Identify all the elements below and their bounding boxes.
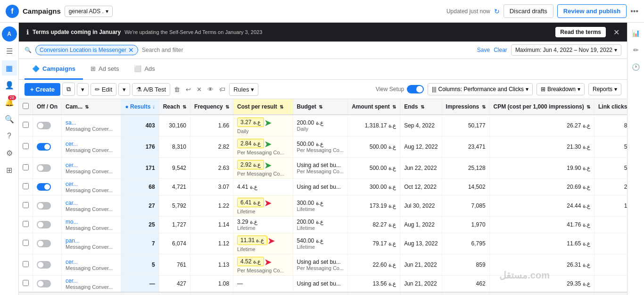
date-range-picker[interactable]: Maximum: Jun 4, 2022 – Nov 19, 2022 ▾: [511, 44, 621, 56]
th-ends[interactable]: Ends ⇅: [400, 99, 442, 115]
row-toggle[interactable]: [37, 143, 51, 151]
discard-drafts-button[interactable]: Discard drafts: [504, 4, 553, 18]
table-row: cer... Messaging Conver... — 427 1.08 — …: [19, 276, 627, 293]
bar-chart-icon: |||: [432, 86, 436, 93]
archive-button[interactable]: 🗑: [172, 84, 182, 95]
menu-icon[interactable]: ☰: [2, 43, 17, 59]
right-edit-icon[interactable]: ✏: [629, 43, 643, 57]
campaign-link[interactable]: car...: [66, 200, 117, 206]
row-checkbox[interactable]: [23, 183, 29, 189]
main-content: ℹ Terms update coming in January We're u…: [19, 23, 627, 295]
campaign-link[interactable]: sa...: [66, 119, 117, 126]
campaign-link[interactable]: cer...: [66, 278, 117, 284]
th-results[interactable]: ● Results ↓: [121, 99, 159, 115]
th-link-clicks[interactable]: Link clicks ⇅: [594, 99, 627, 115]
edit-button[interactable]: ✏ Edit: [91, 83, 116, 96]
view-setup-toggle[interactable]: [407, 85, 424, 93]
rules-button[interactable]: Rules ▾: [229, 83, 258, 96]
person-icon[interactable]: 👤: [2, 77, 17, 93]
copy-dropdown-button[interactable]: ▾: [77, 83, 89, 96]
tab-adsets[interactable]: ⊞ Ad sets: [83, 59, 126, 80]
columns-button[interactable]: ||| Columns: Performance and Clicks ▾: [428, 83, 533, 95]
reports-button[interactable]: Reports ▾: [588, 83, 621, 95]
campaign-name-cell: sa... Messaging Conver...: [62, 115, 121, 136]
row-checkbox[interactable]: [23, 240, 29, 246]
campaign-link[interactable]: cer...: [66, 181, 117, 187]
select-all-checkbox[interactable]: [23, 103, 29, 109]
row-checkbox[interactable]: [23, 221, 29, 227]
row-toggle[interactable]: [37, 202, 51, 210]
sidebar-left: A ☰ ▦ 👤 🔔 28 🔍 ? ⚙ ⊞: [0, 23, 19, 295]
row-checkbox[interactable]: [23, 164, 29, 170]
th-cpm[interactable]: CPM (cost per 1,000 impressions) ⇅: [489, 99, 594, 115]
cost-highlight: 2.92 ع.ة: [237, 160, 264, 169]
campaign-link[interactable]: cer...: [66, 162, 117, 169]
tab-ads[interactable]: ⬜ Ads: [126, 59, 162, 80]
campaign-name-cell: mo... Messaging Conver...: [62, 217, 121, 233]
campaign-link[interactable]: cer...: [66, 141, 117, 147]
th-campaign[interactable]: Cam... ⇅: [62, 99, 121, 115]
search-icon[interactable]: 🔍: [2, 111, 17, 126]
row-checkbox[interactable]: [23, 202, 29, 208]
copy-button[interactable]: ⧉: [62, 83, 75, 96]
filter-remove-button[interactable]: ✕: [128, 46, 134, 54]
undo-button[interactable]: ↩: [184, 84, 193, 95]
row-toggle[interactable]: [37, 240, 51, 247]
banner-close-button[interactable]: ✕: [613, 28, 619, 37]
row-checkbox[interactable]: [23, 280, 29, 286]
footer-cpm: 22.91 ع.ة Per 1,000 Impressio...: [489, 292, 594, 295]
th-impressions[interactable]: Impressions ⇅: [442, 99, 489, 115]
right-chart-icon[interactable]: 📊: [629, 26, 643, 40]
row-toggle[interactable]: [37, 164, 51, 172]
grid-icon[interactable]: ▦: [2, 60, 17, 76]
budget-cell: 300.00 ع.ة Lifetime: [293, 195, 348, 217]
campaign-link[interactable]: mo...: [66, 219, 117, 225]
settings-icon[interactable]: ⚙: [2, 145, 17, 160]
campaign-sub: Messaging Conver...: [66, 284, 117, 290]
edit-dropdown-button[interactable]: ▾: [118, 83, 130, 96]
row-checkbox[interactable]: [23, 122, 29, 128]
review-publish-button[interactable]: Review and publish: [557, 4, 627, 18]
row-checkbox[interactable]: [23, 143, 29, 149]
row-toggle[interactable]: [37, 183, 51, 191]
tab-campaigns[interactable]: 🔷 Campaigns: [25, 59, 83, 80]
campaigns-tab-label: Campaigns: [42, 65, 75, 72]
row-toggle[interactable]: [37, 261, 51, 269]
breakdown-button[interactable]: ⊞ Breakdown ▾: [537, 83, 585, 95]
row-toggle[interactable]: [37, 122, 51, 129]
th-cost-per-result[interactable]: Cost per result ⇅: [233, 99, 293, 115]
toggle-knob: [38, 241, 43, 246]
read-terms-button[interactable]: Read the terms: [555, 27, 606, 37]
more-options-button[interactable]: •••: [630, 7, 638, 16]
campaign-link[interactable]: cer...: [66, 259, 117, 265]
sidebar-extra-icon[interactable]: ⊞: [2, 162, 17, 177]
ab-test-button[interactable]: ⚗ A/B Test: [132, 83, 170, 96]
notification-icon[interactable]: 🔔 28: [2, 94, 17, 110]
help-icon[interactable]: ?: [2, 128, 17, 143]
tag-button[interactable]: 🏷: [217, 84, 227, 95]
row-toggle[interactable]: [37, 221, 51, 228]
refresh-button[interactable]: ↻: [494, 8, 500, 15]
preview-button[interactable]: 👁: [206, 84, 215, 95]
clear-filter-link[interactable]: Clear: [494, 47, 507, 53]
campaign-link[interactable]: pan...: [66, 237, 117, 244]
ends-cell: Jun 21, 2022: [400, 276, 442, 293]
th-budget[interactable]: Budget ⇅: [293, 99, 348, 115]
search-input[interactable]: [142, 47, 473, 53]
th-amount-spent[interactable]: Amount spent ⇅: [348, 99, 400, 115]
campaign-selector[interactable]: general ADS . ▾: [65, 6, 113, 17]
ends-cell: Jul 30, 2022: [400, 195, 442, 217]
row-toggle[interactable]: [37, 280, 51, 287]
th-frequency[interactable]: Frequency ⇅: [190, 99, 233, 115]
th-reach[interactable]: Reach ⇅: [159, 99, 190, 115]
delete-button[interactable]: ✕: [195, 84, 204, 95]
budget-period: Per Messaging Co...: [297, 265, 344, 271]
user-avatar[interactable]: A: [2, 26, 17, 42]
right-clock-icon[interactable]: 🕐: [629, 60, 643, 74]
budget-value: 540.00 ع.ة: [297, 237, 344, 244]
row-checkbox[interactable]: [23, 261, 29, 267]
link-clicks-cell: 220: [594, 179, 627, 195]
save-filter-link[interactable]: Save: [477, 47, 490, 53]
filter-chip[interactable]: Conversion Location is Messenger ✕: [35, 45, 138, 55]
create-button[interactable]: + Create: [25, 83, 60, 96]
